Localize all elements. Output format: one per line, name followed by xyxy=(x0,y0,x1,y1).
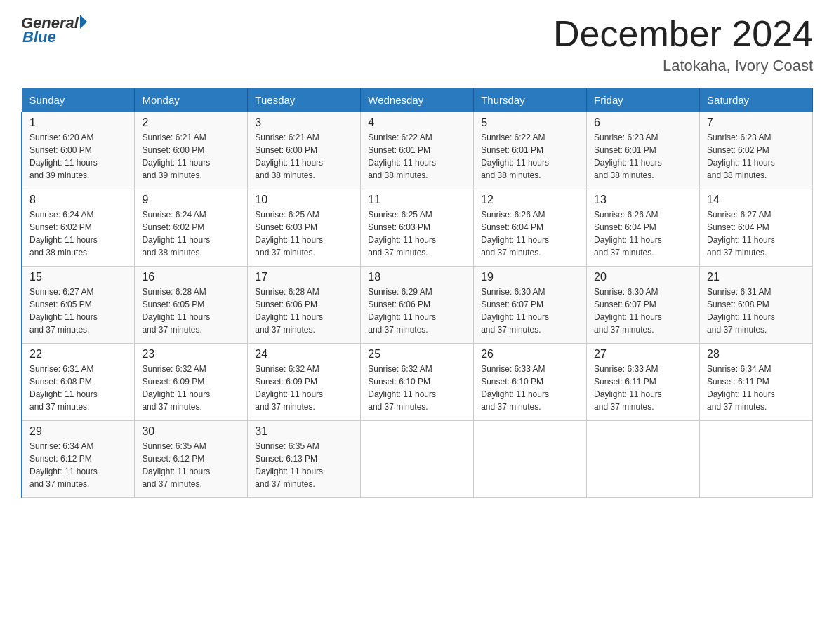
calendar-week-row: 15 Sunrise: 6:27 AMSunset: 6:05 PMDaylig… xyxy=(22,267,813,344)
day-info: Sunrise: 6:26 AMSunset: 6:04 PMDaylight:… xyxy=(481,210,549,257)
calendar-header-row: Sunday Monday Tuesday Wednesday Thursday… xyxy=(22,88,813,112)
day-number: 4 xyxy=(368,116,466,129)
day-number: 15 xyxy=(29,271,127,283)
day-number: 24 xyxy=(255,348,353,361)
table-row xyxy=(474,421,587,498)
table-row: 16 Sunrise: 6:28 AMSunset: 6:05 PMDaylig… xyxy=(135,267,248,344)
day-number: 18 xyxy=(368,271,466,283)
day-info: Sunrise: 6:28 AMSunset: 6:06 PMDaylight:… xyxy=(255,287,323,335)
col-sunday: Sunday xyxy=(22,88,135,112)
table-row: 28 Sunrise: 6:34 AMSunset: 6:11 PMDaylig… xyxy=(700,344,813,421)
day-number: 3 xyxy=(255,116,353,129)
table-row: 2 Sunrise: 6:21 AMSunset: 6:00 PMDayligh… xyxy=(135,112,248,189)
day-number: 1 xyxy=(29,116,127,129)
table-row: 9 Sunrise: 6:24 AMSunset: 6:02 PMDayligh… xyxy=(135,189,248,267)
day-number: 7 xyxy=(707,116,805,129)
logo: General Blue xyxy=(21,14,87,46)
day-info: Sunrise: 6:31 AMSunset: 6:08 PMDaylight:… xyxy=(29,364,98,412)
table-row: 1 Sunrise: 6:20 AMSunset: 6:00 PMDayligh… xyxy=(22,112,135,189)
day-info: Sunrise: 6:20 AMSunset: 6:00 PMDaylight:… xyxy=(29,133,98,180)
day-info: Sunrise: 6:34 AMSunset: 6:11 PMDaylight:… xyxy=(707,364,775,412)
col-wednesday: Wednesday xyxy=(361,88,474,112)
day-info: Sunrise: 6:22 AMSunset: 6:01 PMDaylight:… xyxy=(368,133,436,180)
table-row: 30 Sunrise: 6:35 AMSunset: 6:12 PMDaylig… xyxy=(135,421,248,498)
table-row: 5 Sunrise: 6:22 AMSunset: 6:01 PMDayligh… xyxy=(474,112,587,189)
day-info: Sunrise: 6:30 AMSunset: 6:07 PMDaylight:… xyxy=(594,287,662,335)
day-info: Sunrise: 6:32 AMSunset: 6:09 PMDaylight:… xyxy=(142,364,210,412)
calendar-week-row: 1 Sunrise: 6:20 AMSunset: 6:00 PMDayligh… xyxy=(22,112,813,189)
table-row: 21 Sunrise: 6:31 AMSunset: 6:08 PMDaylig… xyxy=(700,267,813,344)
day-number: 10 xyxy=(255,194,353,206)
day-info: Sunrise: 6:34 AMSunset: 6:12 PMDaylight:… xyxy=(29,441,98,489)
table-row: 12 Sunrise: 6:26 AMSunset: 6:04 PMDaylig… xyxy=(474,189,587,267)
table-row: 29 Sunrise: 6:34 AMSunset: 6:12 PMDaylig… xyxy=(22,421,135,498)
day-number: 9 xyxy=(142,194,240,206)
logo-blue: Blue xyxy=(21,28,87,46)
day-number: 28 xyxy=(707,348,805,361)
day-info: Sunrise: 6:23 AMSunset: 6:01 PMDaylight:… xyxy=(594,133,662,180)
table-row: 8 Sunrise: 6:24 AMSunset: 6:02 PMDayligh… xyxy=(22,189,135,267)
col-tuesday: Tuesday xyxy=(248,88,361,112)
table-row: 14 Sunrise: 6:27 AMSunset: 6:04 PMDaylig… xyxy=(700,189,813,267)
col-friday: Friday xyxy=(587,88,700,112)
day-info: Sunrise: 6:25 AMSunset: 6:03 PMDaylight:… xyxy=(255,210,323,257)
table-row xyxy=(700,421,813,498)
day-info: Sunrise: 6:29 AMSunset: 6:06 PMDaylight:… xyxy=(368,287,436,335)
table-row: 6 Sunrise: 6:23 AMSunset: 6:01 PMDayligh… xyxy=(587,112,700,189)
table-row: 22 Sunrise: 6:31 AMSunset: 6:08 PMDaylig… xyxy=(22,344,135,421)
day-number: 14 xyxy=(707,194,805,206)
day-number: 11 xyxy=(368,194,466,206)
day-info: Sunrise: 6:23 AMSunset: 6:02 PMDaylight:… xyxy=(707,133,775,180)
table-row: 25 Sunrise: 6:32 AMSunset: 6:10 PMDaylig… xyxy=(361,344,474,421)
table-row: 3 Sunrise: 6:21 AMSunset: 6:00 PMDayligh… xyxy=(248,112,361,189)
day-number: 2 xyxy=(142,116,240,129)
day-info: Sunrise: 6:35 AMSunset: 6:12 PMDaylight:… xyxy=(142,441,210,489)
calendar-week-row: 8 Sunrise: 6:24 AMSunset: 6:02 PMDayligh… xyxy=(22,189,813,267)
calendar-week-row: 22 Sunrise: 6:31 AMSunset: 6:08 PMDaylig… xyxy=(22,344,813,421)
day-info: Sunrise: 6:33 AMSunset: 6:11 PMDaylight:… xyxy=(594,364,662,412)
table-row: 11 Sunrise: 6:25 AMSunset: 6:03 PMDaylig… xyxy=(361,189,474,267)
day-info: Sunrise: 6:26 AMSunset: 6:04 PMDaylight:… xyxy=(594,210,662,257)
col-saturday: Saturday xyxy=(700,88,813,112)
table-row: 15 Sunrise: 6:27 AMSunset: 6:05 PMDaylig… xyxy=(22,267,135,344)
day-info: Sunrise: 6:25 AMSunset: 6:03 PMDaylight:… xyxy=(368,210,436,257)
col-thursday: Thursday xyxy=(474,88,587,112)
day-number: 22 xyxy=(29,348,127,361)
day-info: Sunrise: 6:31 AMSunset: 6:08 PMDaylight:… xyxy=(707,287,775,335)
table-row: 26 Sunrise: 6:33 AMSunset: 6:10 PMDaylig… xyxy=(474,344,587,421)
table-row: 31 Sunrise: 6:35 AMSunset: 6:13 PMDaylig… xyxy=(248,421,361,498)
calendar-table: Sunday Monday Tuesday Wednesday Thursday… xyxy=(21,88,813,498)
day-number: 8 xyxy=(29,194,127,206)
day-info: Sunrise: 6:21 AMSunset: 6:00 PMDaylight:… xyxy=(255,133,323,180)
day-info: Sunrise: 6:24 AMSunset: 6:02 PMDaylight:… xyxy=(142,210,210,257)
table-row: 7 Sunrise: 6:23 AMSunset: 6:02 PMDayligh… xyxy=(700,112,813,189)
day-number: 30 xyxy=(142,425,240,438)
day-info: Sunrise: 6:28 AMSunset: 6:05 PMDaylight:… xyxy=(142,287,210,335)
day-number: 21 xyxy=(707,271,805,283)
table-row: 4 Sunrise: 6:22 AMSunset: 6:01 PMDayligh… xyxy=(361,112,474,189)
page-header: General Blue December 2024 Latokaha, Ivo… xyxy=(21,14,813,75)
day-number: 17 xyxy=(255,271,353,283)
table-row: 23 Sunrise: 6:32 AMSunset: 6:09 PMDaylig… xyxy=(135,344,248,421)
day-number: 19 xyxy=(481,271,579,283)
day-number: 26 xyxy=(481,348,579,361)
col-monday: Monday xyxy=(135,88,248,112)
day-number: 23 xyxy=(142,348,240,361)
page-title: December 2024 xyxy=(553,14,813,54)
day-number: 12 xyxy=(481,194,579,206)
table-row: 17 Sunrise: 6:28 AMSunset: 6:06 PMDaylig… xyxy=(248,267,361,344)
day-number: 5 xyxy=(481,116,579,129)
page-subtitle: Latokaha, Ivory Coast xyxy=(553,57,813,75)
title-section: December 2024 Latokaha, Ivory Coast xyxy=(553,14,813,75)
day-info: Sunrise: 6:24 AMSunset: 6:02 PMDaylight:… xyxy=(29,210,98,257)
day-number: 31 xyxy=(255,425,353,438)
day-number: 13 xyxy=(594,194,692,206)
day-info: Sunrise: 6:33 AMSunset: 6:10 PMDaylight:… xyxy=(481,364,549,412)
day-info: Sunrise: 6:27 AMSunset: 6:04 PMDaylight:… xyxy=(707,210,775,257)
day-number: 25 xyxy=(368,348,466,361)
day-info: Sunrise: 6:32 AMSunset: 6:09 PMDaylight:… xyxy=(255,364,323,412)
day-number: 6 xyxy=(594,116,692,129)
table-row: 10 Sunrise: 6:25 AMSunset: 6:03 PMDaylig… xyxy=(248,189,361,267)
day-info: Sunrise: 6:27 AMSunset: 6:05 PMDaylight:… xyxy=(29,287,98,335)
table-row: 13 Sunrise: 6:26 AMSunset: 6:04 PMDaylig… xyxy=(587,189,700,267)
